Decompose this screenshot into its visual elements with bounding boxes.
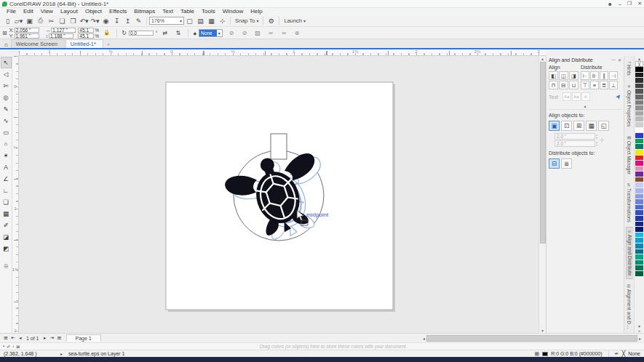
align-to-active-objects-button[interactable]: ▣ xyxy=(549,121,560,131)
menu-item[interactable]: File xyxy=(3,8,20,15)
new-document-button[interactable]: ▯ xyxy=(2,16,13,26)
options-button[interactable]: ⚙ xyxy=(266,16,277,26)
spin-down-icon[interactable]: ▾ xyxy=(596,144,597,147)
shape-tool[interactable]: ◁ xyxy=(1,68,12,80)
doc-palette-collapse-icon[interactable]: ‹ xyxy=(12,344,14,349)
distribute-top-button[interactable]: ⊤ xyxy=(581,81,589,89)
outline-width-combo[interactable]: None ▾ xyxy=(199,29,223,37)
artistic-media-tool[interactable]: ∿ xyxy=(1,115,12,126)
color-swatch[interactable] xyxy=(635,265,643,271)
spin-down-icon[interactable]: ▾ xyxy=(596,137,597,140)
copy-button[interactable]: ❏ xyxy=(57,16,68,26)
next-page-button[interactable]: ▸ xyxy=(41,334,49,342)
horizontal-scrollbar[interactable]: ◂ ▸ xyxy=(106,334,643,342)
color-swatch[interactable] xyxy=(635,111,643,117)
add-page-after-button[interactable]: ⊞ xyxy=(56,334,63,342)
color-swatch[interactable] xyxy=(635,238,643,244)
color-swatch[interactable] xyxy=(635,100,643,106)
color-swatch[interactable] xyxy=(635,156,643,161)
distribute-bottom-button[interactable]: ⊥ xyxy=(609,81,618,89)
interactive-fill-tool[interactable]: ◪ xyxy=(1,231,12,243)
redo-button[interactable]: ↷▾ xyxy=(90,16,100,26)
mirror-horizontal-button[interactable]: ⇄ xyxy=(159,28,170,38)
zoom-tool[interactable]: ◎ xyxy=(1,92,12,103)
color-swatch[interactable] xyxy=(635,271,643,277)
drawing-canvas[interactable]: midpoint xyxy=(19,56,538,333)
docker-minimize-button[interactable]: — xyxy=(611,57,616,63)
link-button[interactable]: ∞ xyxy=(266,28,277,38)
color-swatch[interactable] xyxy=(635,94,643,100)
lock-ratio-button[interactable]: 🔒 xyxy=(101,28,112,38)
menu-item[interactable]: Tools xyxy=(198,8,219,15)
smart-fill-tool[interactable]: ◩ xyxy=(1,243,12,254)
scale-h-input[interactable] xyxy=(78,28,94,33)
color-swatch[interactable] xyxy=(635,188,643,194)
scroll-up-icon[interactable]: ▴ xyxy=(541,56,544,61)
object-height-input[interactable] xyxy=(49,33,73,39)
docker-tab-hints[interactable]: ? Hints xyxy=(626,58,632,79)
last-page-button[interactable]: ⇥ xyxy=(49,334,56,342)
distribute-spacing-v-button[interactable]: ≣ xyxy=(600,81,608,89)
export-button[interactable]: ↥ xyxy=(122,16,133,26)
color-swatch[interactable] xyxy=(635,205,643,211)
menu-item[interactable]: Bitmaps xyxy=(130,8,159,15)
color-swatch[interactable] xyxy=(635,244,643,249)
print-button[interactable]: ⎙ xyxy=(35,16,46,26)
color-swatch[interactable] xyxy=(635,161,643,166)
crop-tool[interactable]: ✄ xyxy=(1,80,12,92)
menu-item[interactable]: Edit xyxy=(20,8,37,15)
docker-tab-object-manager[interactable]: ▤ Object Manager xyxy=(626,132,632,177)
docker-tab-alignment-guides[interactable]: ⊞ Alignment and D… xyxy=(626,281,632,332)
view-grid-button[interactable]: ▦ xyxy=(206,16,217,26)
align-to-specified-point-button[interactable]: ◱ xyxy=(598,121,609,131)
color-swatch[interactable] xyxy=(635,210,643,216)
align-to-grid-button[interactable]: ▦ xyxy=(586,121,597,131)
remove-fill-button[interactable]: ⊘ xyxy=(226,28,237,38)
account-icon[interactable]: ☻ xyxy=(608,1,613,7)
freehand-tool[interactable]: ✎ xyxy=(1,103,12,115)
menu-item[interactable]: Help xyxy=(247,8,266,15)
distribute-center-v-button[interactable]: ≡ xyxy=(590,81,599,89)
cut-button[interactable]: ✂ xyxy=(46,16,57,26)
align-right-button[interactable]: ◨ xyxy=(569,71,579,80)
vertical-scroll-thumb[interactable] xyxy=(540,62,546,244)
menu-item[interactable]: Window xyxy=(219,8,247,15)
text-bounding-box-button[interactable]: A xyxy=(581,92,590,101)
scroll-down-icon[interactable]: ▾ xyxy=(541,328,544,333)
page-1-tab[interactable]: Page 1 xyxy=(66,334,101,342)
import-button[interactable]: ↧ xyxy=(111,16,122,26)
align-to-y-input[interactable] xyxy=(554,140,595,147)
close-button[interactable]: ✕ xyxy=(637,1,642,7)
parallel-dimension-tool[interactable]: ∠ xyxy=(1,173,12,185)
connector-tool[interactable]: ∟ xyxy=(1,185,12,196)
color-swatch[interactable] xyxy=(635,194,643,200)
menu-item[interactable]: Layout xyxy=(57,8,82,15)
zoom-level-combo[interactable]: 176% ▾ xyxy=(149,17,184,25)
color-swatch[interactable] xyxy=(635,67,643,73)
pick-reference-object-button[interactable]: ➤ xyxy=(614,92,624,101)
color-swatch[interactable] xyxy=(635,73,643,79)
color-swatch[interactable] xyxy=(635,260,643,266)
align-bottom-button[interactable]: ⊔ xyxy=(569,81,579,89)
publish-pdf-button[interactable]: ✎ xyxy=(133,16,144,26)
text-last-baseline-button[interactable]: Aa xyxy=(572,92,581,101)
ellipse-tool[interactable]: ○ xyxy=(1,138,12,150)
alignment-guides-button[interactable]: ⊹ xyxy=(217,16,228,26)
first-page-button[interactable]: ⇤ xyxy=(9,334,17,342)
align-center-h-button[interactable]: ◫ xyxy=(559,71,568,80)
undo-button[interactable]: ↶▾ xyxy=(79,16,90,26)
color-swatch[interactable] xyxy=(635,233,643,238)
color-swatch[interactable] xyxy=(635,172,643,177)
distribute-left-button[interactable]: ⊢ xyxy=(581,71,589,80)
color-swatch[interactable] xyxy=(635,78,643,84)
specify-point-icon[interactable]: ⊹ xyxy=(600,137,605,143)
full-screen-preview-button[interactable]: ▢ xyxy=(184,16,195,26)
color-eyedropper-tool[interactable]: ✐ xyxy=(1,220,12,231)
y-position-input[interactable] xyxy=(15,33,39,39)
color-swatch[interactable] xyxy=(635,122,643,128)
color-swatch[interactable] xyxy=(635,89,643,94)
new-document-tab-button[interactable]: + xyxy=(104,41,113,48)
distribute-center-h-button[interactable]: ⊪ xyxy=(590,71,599,80)
distribute-right-button[interactable]: ⊣ xyxy=(609,71,618,80)
text-first-baseline-button[interactable]: Aa xyxy=(562,92,571,101)
